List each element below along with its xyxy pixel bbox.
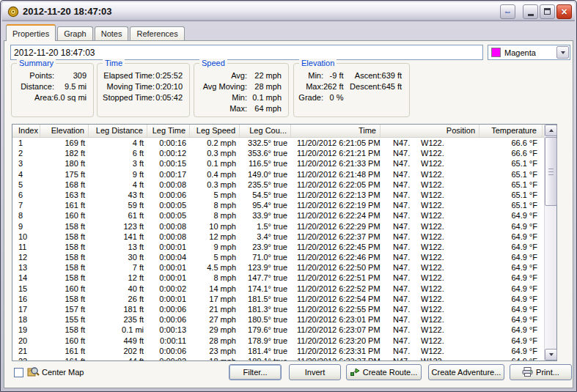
table-row[interactable]: 20160 ft449 ft0:00:1128 mph178.9° true11…: [12, 336, 544, 346]
column-header[interactable]: Leg Time: [147, 125, 190, 137]
table-row[interactable]: 17157 ft181 ft0:00:0621 mph181.3° true11…: [12, 304, 544, 314]
table-row[interactable]: 13158 ft7 ft0:00:014.5 mph123.9° true11/…: [12, 262, 544, 273]
cell: N47.: [381, 262, 421, 273]
column-header[interactable]: Position: [381, 125, 479, 137]
minimize-button[interactable]: [523, 4, 538, 19]
table-row[interactable]: 8160 ft61 ft0:00:058 mph33.9° true11/20/…: [12, 210, 544, 221]
table-row[interactable]: 11158 ft13 ft0:00:019 mph23.9° true11/20…: [12, 242, 544, 252]
table-row[interactable]: 18155 ft235 ft0:00:0627 mph180.5° true11…: [12, 314, 544, 325]
cell: W122.: [421, 221, 479, 232]
cell: 14 mph: [190, 284, 240, 294]
table-row[interactable]: 15160 ft40 ft0:00:0214 mph174.1° true11/…: [12, 284, 544, 294]
cell: N47.: [381, 190, 421, 200]
column-header[interactable]: Temperature: [479, 125, 543, 137]
table-row[interactable]: 2182 ft6 ft0:00:120.3 mph353.6° true11/2…: [12, 148, 544, 158]
table-row[interactable]: 4175 ft9 ft0:00:170.4 mph149.0° true11/2…: [12, 169, 544, 180]
cell: 13 ft: [89, 242, 147, 252]
cell: 0:00:06: [147, 346, 190, 356]
cell: 33.9° true: [240, 210, 291, 221]
color-dropdown-button[interactable]: [556, 46, 569, 59]
vertical-scrollbar[interactable]: [544, 125, 556, 360]
cell: W122.: [421, 158, 479, 169]
center-map-checkbox[interactable]: [14, 368, 23, 377]
filter-button[interactable]: Filter...: [229, 364, 282, 380]
tab-graph[interactable]: Graph: [57, 26, 93, 40]
tab-properties[interactable]: Properties: [6, 24, 56, 41]
color-combobox[interactable]: Magenta: [488, 45, 570, 60]
cell: 54.5° true: [240, 190, 291, 200]
cell: N47.: [381, 304, 421, 314]
tab-notes[interactable]: Notes: [95, 26, 129, 40]
scrollbar-thumb[interactable]: [545, 137, 557, 206]
table-row[interactable]: 12158 ft30 ft0:00:045 mph71.0° true11/20…: [12, 252, 544, 262]
cell: 16: [12, 294, 40, 304]
scroll-up-button[interactable]: [545, 125, 557, 136]
cell: 2: [12, 148, 40, 158]
create-route-button[interactable]: Create Route...: [346, 364, 422, 380]
track-name-input[interactable]: [10, 45, 483, 60]
title-bar[interactable]: 2012-11-20 18:47:03 ⇔ ×: [2, 2, 575, 21]
table-row[interactable]: 9158 ft123 ft0:00:0810 mph1.5° true11/20…: [12, 221, 544, 232]
column-header[interactable]: Leg Cou...: [240, 125, 291, 137]
cell: 30 ft: [89, 252, 147, 262]
table-row[interactable]: 5168 ft4 ft0:00:080.3 mph235.5° true11/2…: [12, 180, 544, 190]
grade-label: Grade:: [294, 92, 323, 103]
table-row[interactable]: 16158 ft26 ft0:00:0117 mph181.5° true11/…: [12, 294, 544, 304]
table-row[interactable]: 3180 ft3 ft0:00:150.1 mph116.5° true11/2…: [12, 158, 544, 169]
table-row[interactable]: 21161 ft202 ft0:00:0623 mph181.4° true11…: [12, 346, 544, 356]
cell: 0:00:01: [147, 242, 190, 252]
maximize-button[interactable]: [540, 4, 555, 19]
cell: 11/20/2012 6:21:05 PM: [291, 138, 381, 148]
cell: 59 ft: [89, 200, 147, 210]
cell: 0:00:01: [147, 262, 190, 273]
column-header[interactable]: Time: [291, 125, 381, 137]
column-header[interactable]: Elevation: [40, 125, 89, 137]
dock-toggle-button[interactable]: ⇔: [500, 4, 515, 19]
maximize-icon: [544, 8, 551, 15]
cell: W122.: [421, 169, 479, 180]
print-button[interactable]: Print...: [510, 364, 572, 380]
invert-button[interactable]: Invert: [289, 364, 341, 380]
cell: W122.: [421, 346, 479, 356]
table-row[interactable]: 1169 ft4 ft0:00:160.2 mph332.5° true11/2…: [12, 138, 544, 148]
cell: 160 ft: [40, 210, 89, 221]
cell: 11/20/2012 6:23:37 PM: [291, 356, 381, 360]
table-row[interactable]: 19158 ft0.1 mi0:00:1329 mph179.6° true11…: [12, 325, 544, 335]
cell: 64.9 °F: [479, 210, 543, 221]
cell: 22: [12, 356, 40, 360]
table-body: 1169 ft4 ft0:00:160.2 mph332.5° true11/2…: [12, 138, 544, 360]
column-header[interactable]: Leg Distance: [89, 125, 147, 137]
cell: 158 ft: [40, 232, 89, 242]
cell: W122.: [421, 273, 479, 283]
cell: 235 ft: [89, 314, 147, 325]
minimize-icon: [528, 14, 534, 16]
column-header[interactable]: Index: [12, 125, 40, 137]
cell: N47.: [381, 273, 421, 283]
column-header[interactable]: Leg Speed: [190, 125, 240, 137]
cell: 11/20/2012 6:23:07 PM: [291, 325, 381, 335]
cell: W122.: [421, 180, 479, 190]
table-row[interactable]: 22161 ft44 ft0:00:0218 mph180.1° true11/…: [12, 356, 544, 360]
cell: 43 ft: [89, 190, 147, 200]
tab-references[interactable]: References: [130, 26, 184, 40]
cell: 27 mph: [190, 314, 240, 325]
table-row[interactable]: 10158 ft141 ft0:00:0812 mph3.4° true11/2…: [12, 232, 544, 242]
scroll-down-button[interactable]: [545, 349, 557, 360]
cell: 163 ft: [40, 190, 89, 200]
cell: 12 mph: [190, 232, 240, 242]
cell: 64.9 °F: [479, 336, 543, 346]
moving-time-label: Moving Time:: [98, 81, 155, 92]
cell: 12 ft: [89, 273, 147, 283]
table-row[interactable]: 7161 ft59 ft0:00:058 mph95.4° true11/20/…: [12, 200, 544, 210]
elevation-title: Elevation: [299, 59, 337, 68]
close-button[interactable]: ×: [556, 4, 572, 19]
descent-value: 645 ft: [382, 81, 410, 92]
create-adventure-button[interactable]: Create Adventure...: [428, 364, 504, 380]
elapsed-time-value: 0:25:52: [155, 70, 189, 81]
table-row[interactable]: 6163 ft43 ft0:00:065 mph54.5° true11/20/…: [12, 190, 544, 200]
cell: 11/20/2012 6:22:50 PM: [291, 262, 381, 273]
cell: 64.9 °F: [479, 294, 543, 304]
cell: 0:00:06: [147, 314, 190, 325]
table-row[interactable]: 14158 ft12 ft0:00:018 mph147.7° true11/2…: [12, 273, 544, 283]
cell: 65.1 °F: [479, 158, 543, 169]
